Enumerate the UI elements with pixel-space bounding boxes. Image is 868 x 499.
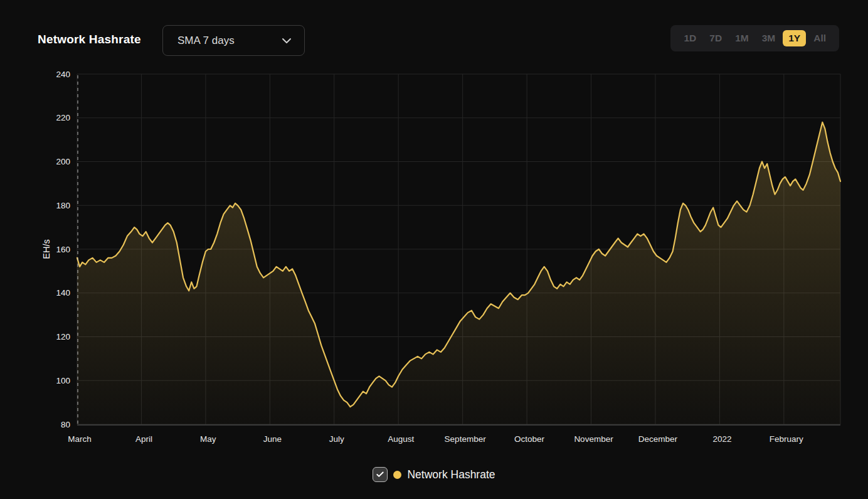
x-tick-label: October (514, 434, 545, 444)
y-tick-label: 180 (56, 201, 70, 210)
y-tick-label: 120 (56, 332, 70, 341)
range-1y[interactable]: 1Y (783, 30, 806, 47)
x-tick-label: April (135, 434, 152, 444)
x-tick-label: February (770, 434, 803, 444)
hashrate-chart[interactable]: 80100120140160180200220240MarchAprilMayJ… (0, 63, 868, 464)
y-tick-label: 160 (56, 245, 70, 254)
chevron-down-icon (282, 38, 292, 44)
range-7d[interactable]: 7D (704, 30, 728, 47)
y-tick-label: 140 (56, 288, 70, 298)
y-tick-label: 240 (56, 70, 70, 79)
y-tick-label: 220 (56, 113, 70, 122)
x-tick-label: September (445, 434, 487, 444)
page-title: Network Hashrate (38, 33, 141, 46)
legend: Network Hashrate (0, 467, 868, 482)
range-3m[interactable]: 3M (756, 30, 781, 47)
range-all[interactable]: All (808, 30, 832, 47)
chart-hover-area[interactable] (77, 74, 840, 424)
check-icon (376, 470, 384, 479)
range-selector: 1D 7D 1M 3M 1Y All (670, 25, 839, 51)
range-1d[interactable]: 1D (678, 30, 702, 47)
sma-dropdown[interactable]: SMA 7 days (162, 25, 305, 56)
x-tick-label: June (263, 434, 282, 444)
y-tick-label: 100 (56, 376, 70, 385)
x-tick-label: December (638, 434, 678, 444)
y-tick-label: 80 (61, 420, 70, 429)
legend-checkbox[interactable] (373, 467, 388, 482)
range-1m[interactable]: 1M (729, 30, 754, 47)
x-tick-label: 2022 (712, 434, 731, 444)
sma-dropdown-value: SMA 7 days (177, 35, 235, 47)
x-tick-label: May (200, 434, 216, 444)
x-tick-label: July (329, 434, 344, 444)
x-tick-label: November (574, 434, 613, 444)
x-tick-label: March (68, 434, 92, 444)
y-axis-label: EH/s (41, 239, 51, 259)
legend-label: Network Hashrate (407, 468, 495, 481)
legend-series-dot (393, 471, 401, 479)
y-tick-label: 200 (56, 157, 70, 166)
x-tick-label: August (388, 434, 414, 444)
